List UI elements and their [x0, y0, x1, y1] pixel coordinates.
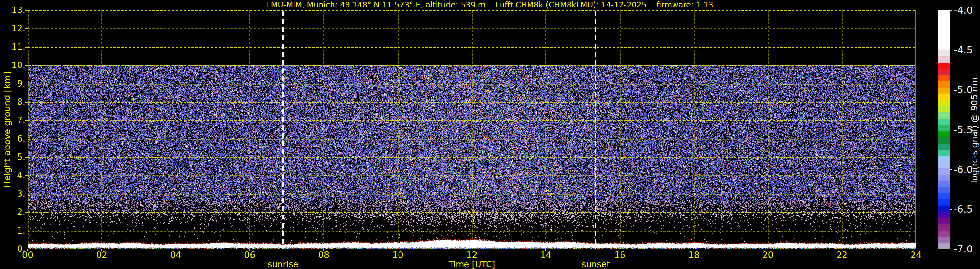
- colorbar-tick-mark: [950, 130, 952, 130]
- y-tick-mark: [25, 28, 28, 29]
- sunrise-annotation: sunrise: [268, 259, 298, 269]
- colorbar-segment: [938, 193, 950, 199]
- colorbar-segment: [938, 156, 950, 162]
- x-tick-label: 10: [392, 250, 403, 260]
- x-tick-mark: [102, 249, 102, 251]
- x-tick-mark: [768, 249, 768, 251]
- x-tick-mark: [916, 249, 916, 251]
- x-tick-label: 22: [836, 250, 847, 260]
- x-tick-mark: [472, 249, 472, 251]
- y-tick-label: 2.: [3, 207, 25, 217]
- x-tick-label: 14: [540, 250, 551, 260]
- y-tick-label: 4.: [3, 170, 25, 181]
- x-tick-mark: [694, 249, 694, 251]
- colorbar-segment: [938, 144, 950, 150]
- y-tick-label: 12.: [3, 24, 25, 34]
- colorbar-segment: [938, 187, 950, 193]
- colorbar-segment: [938, 150, 950, 156]
- page-title: LMU-MIM, Munich; 48.148° N 11.573° E, al…: [0, 0, 980, 10]
- colorbar-segment: [938, 88, 950, 94]
- x-tick-mark: [27, 249, 28, 251]
- x-tick-mark: [249, 249, 250, 251]
- y-tick-mark: [25, 175, 28, 176]
- colorbar-segment: [938, 175, 950, 181]
- colorbar-segment: [938, 106, 950, 112]
- y-tick-label: 1.: [3, 225, 25, 235]
- x-tick-label: 16: [614, 250, 625, 260]
- y-tick-label: 13.: [3, 5, 25, 15]
- colorbar-tick-mark: [950, 169, 952, 170]
- x-axis-label: Time [UTC]: [449, 259, 495, 269]
- y-tick-label: 6.: [3, 133, 25, 144]
- colorbar-segment: [938, 125, 950, 131]
- y-tick-mark: [25, 231, 28, 231]
- y-tick-mark: [25, 120, 28, 121]
- colorbar-tick-label: -6.5: [954, 203, 973, 215]
- x-tick-label: 00: [22, 250, 33, 260]
- colorbar-segment: [938, 224, 950, 231]
- x-tick-label: 12: [466, 250, 477, 260]
- y-tick-mark: [25, 102, 28, 102]
- sunset-annotation: sunset: [582, 259, 610, 269]
- x-tick-label: 20: [762, 250, 773, 260]
- colorbar-tick-label: -4.0: [954, 5, 973, 16]
- colorbar-segment: [938, 212, 950, 218]
- colorbar-segment: [938, 131, 950, 137]
- x-tick-mark: [398, 249, 398, 251]
- colorbar-top-block: [938, 10, 950, 50]
- y-tick-mark: [25, 10, 28, 11]
- colorbar-segment: [938, 94, 950, 100]
- colorbar: [938, 10, 950, 250]
- y-tick-label: 11.: [3, 42, 25, 52]
- colorbar-tick-mark: [950, 50, 952, 50]
- y-tick-label: 10.: [3, 60, 25, 70]
- y-tick-mark: [25, 194, 28, 194]
- y-tick-label: 3.: [3, 189, 25, 199]
- y-tick-label: 5.: [3, 152, 25, 162]
- colorbar-segment: [938, 75, 950, 82]
- x-tick-mark: [619, 249, 620, 251]
- colorbar-tick-label: -4.5: [954, 44, 973, 56]
- y-tick-label: 8.: [3, 97, 25, 107]
- colorbar-label: log(rc-signal) @ 905 nm: [969, 77, 979, 183]
- colorbar-segment: [938, 168, 950, 175]
- colorbar-tick-mark: [950, 90, 952, 90]
- colorbar-segment: [938, 199, 950, 205]
- colorbar-segment: [938, 62, 950, 69]
- colorbar-segment: [938, 56, 950, 62]
- y-tick-label: 9.: [3, 78, 25, 88]
- x-tick-label: 06: [244, 250, 255, 260]
- x-tick-label: 08: [318, 250, 329, 260]
- colorbar-segment: [938, 50, 950, 56]
- x-tick-mark: [842, 249, 842, 251]
- heatmap-plot-area: [28, 10, 916, 249]
- colorbar-segment: [938, 237, 950, 243]
- colorbar-tick-mark: [950, 249, 952, 250]
- colorbar-segment: [938, 82, 950, 88]
- colorbar-tick-mark: [950, 10, 952, 11]
- y-tick-label: 7.: [3, 115, 25, 125]
- colorbar-segment: [938, 118, 950, 125]
- y-tick-mark: [25, 157, 28, 158]
- colorbar-segment: [938, 112, 950, 118]
- x-tick-mark: [175, 249, 176, 251]
- colorbar-segment: [938, 100, 950, 106]
- colorbar-segment: [938, 243, 950, 249]
- y-tick-mark: [25, 65, 28, 66]
- colorbar-segment: [938, 218, 950, 224]
- colorbar-segment: [938, 162, 950, 168]
- x-tick-mark: [323, 249, 324, 251]
- colorbar-segment: [938, 69, 950, 75]
- colorbar-tick-label: -7.0: [954, 243, 973, 255]
- colorbar-segment: [938, 206, 950, 212]
- colorbar-segment: [938, 138, 950, 144]
- x-tick-label: 24: [910, 250, 921, 260]
- colorbar-segment: [938, 231, 950, 237]
- ceilometer-quicklook-figure: LMU-MIM, Munich; 48.148° N 11.573° E, al…: [0, 0, 980, 269]
- x-tick-label: 18: [689, 250, 700, 260]
- y-tick-mark: [25, 139, 28, 139]
- y-tick-mark: [25, 84, 28, 84]
- y-tick-mark: [25, 47, 28, 48]
- colorbar-segment: [938, 181, 950, 187]
- x-tick-label: 02: [96, 250, 107, 260]
